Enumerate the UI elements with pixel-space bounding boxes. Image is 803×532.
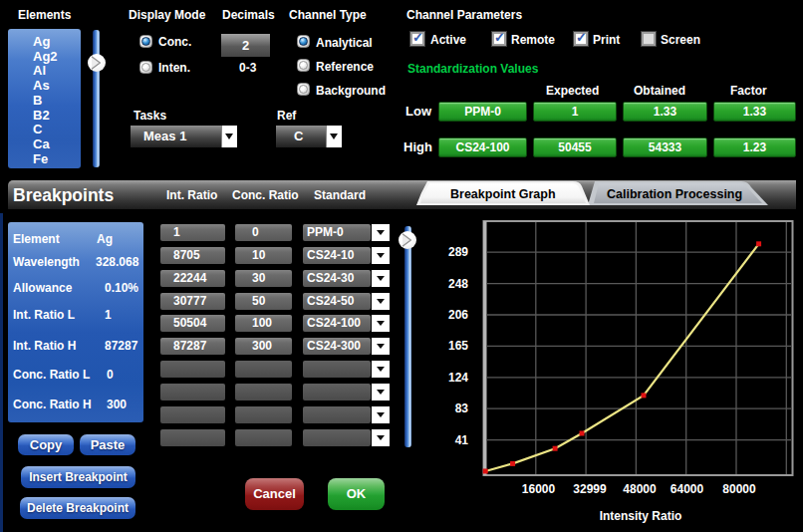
svg-text:41: 41 [455,433,469,447]
svg-text:206: 206 [448,308,468,322]
svg-text:48000: 48000 [623,482,657,496]
svg-text:16000: 16000 [522,482,556,496]
svg-text:165: 165 [448,339,468,353]
svg-text:64000: 64000 [670,482,704,496]
svg-text:83: 83 [455,401,469,415]
svg-text:248: 248 [448,277,468,291]
svg-text:124: 124 [448,371,468,385]
svg-text:Intensity Ratio: Intensity Ratio [600,509,682,523]
svg-text:80000: 80000 [722,482,756,496]
svg-text:289: 289 [448,245,468,259]
svg-text:32999: 32999 [573,482,607,496]
